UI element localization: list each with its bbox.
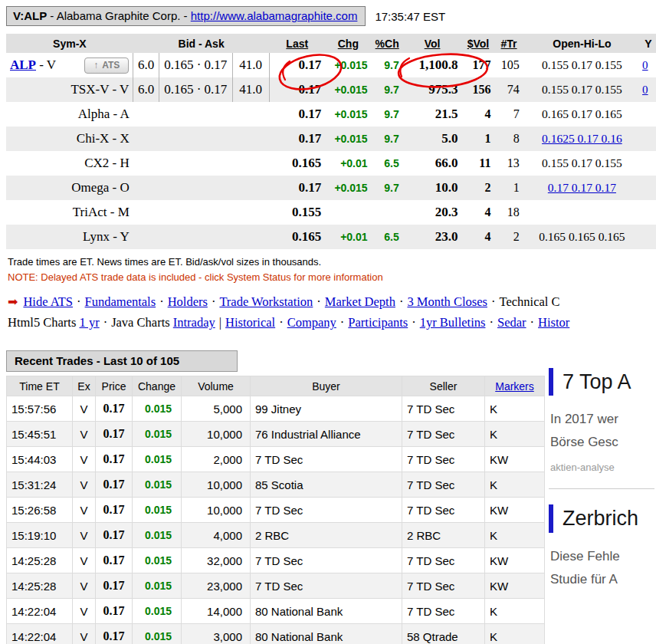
link-historical[interactable]: Historical — [225, 315, 275, 330]
volume-cell: 66.0 — [403, 151, 462, 176]
open-hi-lo-cell: 0.17 0.17 0.17 — [523, 176, 641, 200]
col-header-chg[interactable]: Chg — [325, 34, 371, 53]
col-header-dvol[interactable]: $Vol — [461, 34, 494, 53]
trade-time: 15:57:56 — [7, 396, 73, 422]
link-participants[interactable]: Participants — [348, 315, 408, 330]
open-hi-lo-link[interactable]: 0.17 0.17 0.17 — [548, 181, 616, 194]
open-hi-lo-cell: 0.165 0.165 0.165 — [523, 225, 641, 249]
trade-row: 14:22:04 V 0.17 0.015 14,000 80 National… — [7, 599, 545, 624]
red-arrow-icon: ➡ — [8, 295, 18, 308]
change-cell: +0.015 — [325, 127, 371, 151]
last-price-cell: 0.17 — [269, 77, 325, 102]
num-trades-cell: 1 — [494, 176, 523, 200]
trade-seller: 7 TD Sec — [402, 447, 485, 472]
trade-seller: 7 TD Sec — [402, 422, 485, 447]
percent-change-cell: 9.7 — [372, 102, 403, 127]
col-header-open-hi-lo: Open-Hi-Lo — [523, 34, 641, 53]
trade-row: 15:57:56 V 0.17 0.015 5,000 99 Jitney 7 … — [7, 396, 545, 422]
trade-price: 0.17 — [96, 447, 133, 472]
clipped-link[interactable]: 0 — [642, 84, 648, 96]
col-header-pch[interactable]: %Ch — [372, 34, 403, 53]
open-hi-lo-cell: 0.155 0.17 0.155 — [523, 53, 641, 77]
trade-price: 0.17 — [96, 422, 133, 447]
clipped-cell: 0 — [641, 77, 655, 102]
clipped-cell: 0 — [641, 53, 655, 77]
trade-markers: KW — [485, 447, 545, 472]
link-1yr-chart[interactable]: 1 yr — [80, 315, 100, 330]
col-header-last[interactable]: Last — [269, 34, 325, 53]
dollar-volume-cell: 156 — [461, 77, 494, 102]
percent-change-cell: 9.7 — [372, 176, 403, 200]
trade-time: 15:45:51 — [7, 422, 73, 447]
trade-change: 0.015 — [133, 624, 182, 644]
trade-exchange: V — [73, 422, 96, 447]
link-history-clipped[interactable]: Histor — [538, 315, 569, 330]
num-trades-cell: 13 — [494, 151, 523, 176]
num-trades-cell: 74 — [494, 77, 523, 102]
quote-table: Sym-X Bid - Ask Last Chg %Ch Vol $Vol #T… — [6, 34, 656, 249]
trade-markers: K — [485, 396, 545, 422]
quote-row-alp: ALP - V ↑ATS 6.0 0.165 · 0.17 41.0 0.17 … — [6, 53, 656, 77]
col-header-ntr[interactable]: #Tr — [494, 34, 523, 53]
ats-toggle-button[interactable]: ↑ATS — [84, 58, 129, 74]
link-3-month-closes[interactable]: 3 Month Closes — [407, 294, 487, 309]
dollar-volume-cell: 4 — [461, 102, 494, 127]
trade-price: 0.17 — [96, 624, 133, 644]
trade-buyer: 7 TD Sec — [251, 447, 402, 472]
quote-row-cx2: CX2 - H 0.165 +0.01 6.5 66.0 11 13 0.155… — [6, 151, 656, 176]
recent-trades-title: Recent Trades - Last 10 of 105 — [6, 350, 238, 372]
link-1yr-bulletins[interactable]: 1yr Bulletins — [420, 315, 486, 330]
trade-buyer: 7 TD Sec — [251, 498, 402, 523]
exchange-cell: TSX-V - V — [6, 77, 133, 102]
last-price-cell: 0.17 — [269, 102, 325, 127]
dollar-volume-cell: 4 — [461, 225, 494, 249]
trade-volume: 5,000 — [182, 396, 251, 422]
trade-buyer: 85 Scotia — [251, 472, 402, 498]
link-hide-ats[interactable]: Hide ATS — [23, 294, 73, 309]
col-header-vol[interactable]: Vol — [403, 34, 462, 53]
quote-row-alpha: Alpha - A 0.17 +0.015 9.7 21.5 4 7 0.165… — [6, 102, 656, 127]
link-sedar[interactable]: Sedar — [497, 315, 526, 330]
label-html5-charts: Html5 Charts — [8, 315, 76, 330]
last-price-cell: 0.17 — [269, 176, 325, 200]
company-url-link[interactable]: http://www.alabamagraphite.com — [191, 9, 358, 22]
link-trade-workstation[interactable]: Trade Workstation — [219, 294, 313, 309]
ad-headline-1[interactable]: 7 Top A — [549, 368, 656, 396]
bid-ask-cell: 0.165 · 0.17 — [159, 53, 233, 77]
trade-time: 15:31:24 — [7, 472, 73, 498]
trade-price: 0.17 — [96, 472, 133, 498]
trade-markers: KW — [485, 573, 545, 599]
clipped-link[interactable]: 0 — [642, 59, 648, 71]
symbol-link[interactable]: ALP — [10, 58, 36, 72]
link-intraday[interactable]: Intraday — [173, 315, 215, 330]
link-holders[interactable]: Holders — [168, 294, 208, 309]
trade-time: 15:19:10 — [7, 523, 73, 548]
dollar-volume-cell: 1 — [461, 127, 494, 151]
open-hi-lo-link[interactable]: 0.1625 0.17 0.16 — [542, 132, 622, 145]
link-fundamentals[interactable]: Fundamentals — [85, 294, 156, 309]
markers-link[interactable]: Markers — [495, 380, 534, 393]
ad-headline-2[interactable]: Zerbrich — [549, 504, 656, 532]
side-panel: 7 Top A In 2017 wer Börse Gesc aktien-an… — [549, 368, 656, 591]
trade-price: 0.17 — [96, 396, 133, 422]
ad-body-1-line-2: Börse Gesc — [550, 431, 656, 454]
ats-delay-note: NOTE: Delayed ATS trade data is included… — [8, 271, 656, 283]
trade-change: 0.015 — [133, 447, 182, 472]
volume-cell: 5.0 — [403, 127, 462, 151]
trade-markers: K — [485, 599, 545, 624]
ad-body-1: In 2017 wer Börse Gesc — [550, 408, 656, 454]
trade-change: 0.015 — [133, 422, 182, 447]
link-market-depth[interactable]: Market Depth — [325, 294, 395, 309]
page-header: V:ALP - Alabama Graphite Corp. - http://… — [0, 0, 656, 26]
last-price-cell: 0.165 — [269, 225, 325, 249]
change-cell: +0.01 — [325, 151, 371, 176]
bid-size-cell: 6.0 — [133, 77, 159, 102]
col-header-sym-x: Sym-X — [6, 34, 133, 53]
col-header-change: Change — [133, 376, 182, 396]
trade-markers: K — [485, 624, 545, 644]
trade-price: 0.17 — [96, 523, 133, 548]
col-header-markers: Markers — [485, 376, 545, 396]
trade-change: 0.015 — [133, 523, 182, 548]
col-header-ex: Ex — [73, 376, 96, 396]
link-company[interactable]: Company — [287, 315, 336, 330]
